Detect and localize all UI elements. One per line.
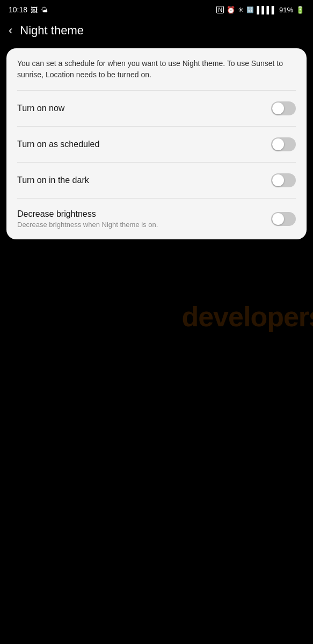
battery-percent: 91% — [279, 6, 293, 14]
settings-card: You can set a schedule for when you want… — [6, 48, 307, 239]
setting-row-content-turn-on-now: Turn on now — [17, 104, 64, 113]
bluetooth-icon: ✳ — [238, 6, 244, 14]
weather-icon: 🌤 — [41, 6, 48, 14]
alarm-icon: ⏰ — [227, 6, 235, 14]
setting-row-turn-on-dark[interactable]: Turn on in the dark — [6, 163, 307, 198]
info-section: You can set a schedule for when you want… — [6, 48, 307, 90]
watermark: developers — [181, 301, 313, 333]
toggle-knob-turn-on-now — [272, 103, 284, 114]
n-icon: N — [216, 6, 224, 13]
setting-sublabel-brightness: Decrease brightness when Night theme is … — [17, 221, 158, 229]
setting-label-brightness: Decrease brightness — [17, 209, 158, 219]
setting-label-dark: Turn on in the dark — [17, 175, 89, 185]
setting-row-content-dark: Turn on in the dark — [17, 175, 89, 185]
status-left: 10:18 🖼 🌤 — [9, 5, 48, 14]
setting-row-turn-on-now[interactable]: Turn on now — [6, 91, 307, 126]
back-button[interactable]: ‹ — [9, 25, 12, 36]
status-right: N ⏰ ✳ 🔢 ▌▌▌▌ 91% 🔋 — [216, 6, 304, 14]
setting-row-decrease-brightness[interactable]: Decrease brightness Decrease brightness … — [6, 199, 307, 239]
toggle-brightness[interactable] — [271, 212, 296, 226]
toggle-knob-dark — [272, 174, 284, 186]
toolbar: ‹ Night theme — [0, 19, 313, 46]
photo-icon: 🖼 — [31, 6, 38, 14]
toggle-knob-scheduled — [272, 138, 284, 150]
signal-icon: ▌▌▌▌ — [257, 6, 276, 14]
info-text: You can set a schedule for when you want… — [17, 58, 296, 80]
network-icon: 🔢 — [246, 6, 254, 13]
setting-row-turn-on-scheduled[interactable]: Turn on as scheduled — [6, 127, 307, 162]
toggle-scheduled[interactable] — [271, 137, 296, 151]
status-bar: 10:18 🖼 🌤 N ⏰ ✳ 🔢 ▌▌▌▌ 91% 🔋 — [0, 0, 313, 19]
battery-icon: 🔋 — [296, 6, 304, 14]
setting-row-content-brightness: Decrease brightness Decrease brightness … — [17, 209, 158, 229]
status-time: 10:18 — [9, 5, 27, 14]
setting-label-turn-on-now: Turn on now — [17, 104, 64, 113]
toggle-knob-brightness — [272, 213, 284, 225]
toggle-turn-on-now[interactable] — [271, 101, 296, 115]
toggle-dark[interactable] — [271, 173, 296, 187]
setting-row-content-scheduled: Turn on as scheduled — [17, 140, 99, 149]
setting-label-scheduled: Turn on as scheduled — [17, 140, 99, 149]
page-title: Night theme — [20, 24, 84, 38]
